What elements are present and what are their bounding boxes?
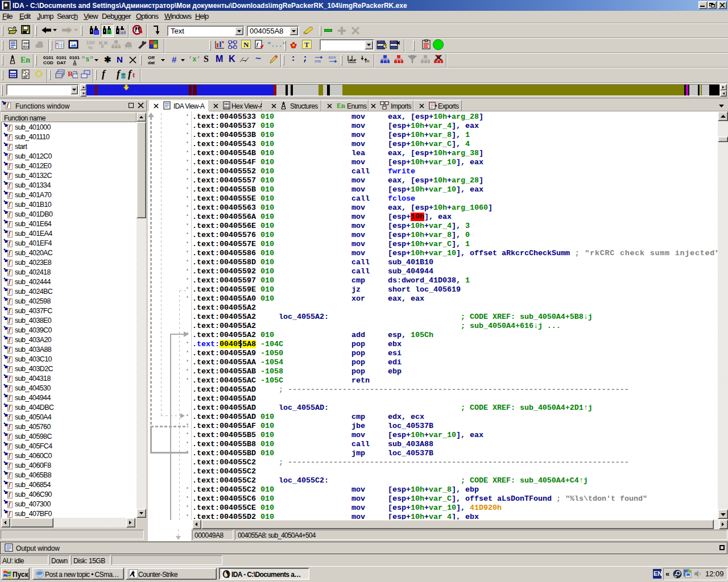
svg-text:EJLN: EJLN [329,56,336,59]
svg-text:101: 101 [120,31,126,34]
svg-text:n: n [367,59,369,64]
svg-text:011: 011 [23,45,29,49]
svg-text:010: 010 [224,106,229,110]
svg-text:3706: 3706 [315,60,321,63]
